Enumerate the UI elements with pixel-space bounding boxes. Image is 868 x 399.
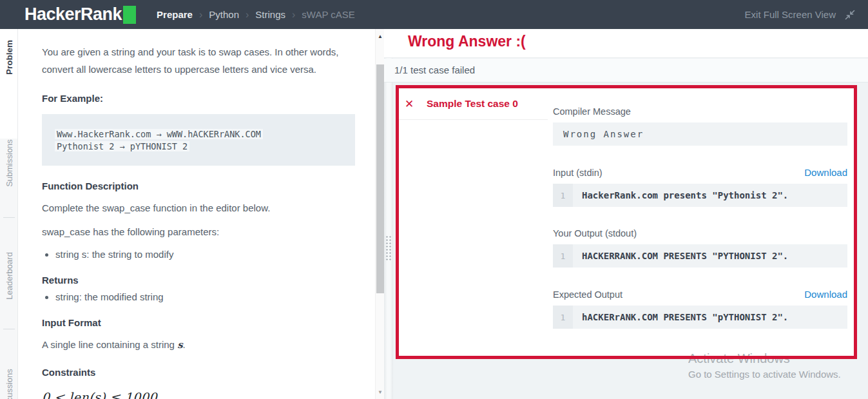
testcase-label: Sample Test case 0 — [427, 98, 518, 110]
main-area: Problem Submissions Leaderboard Discussi… — [0, 29, 868, 399]
your-output-section: Your Output (stdout) 1 HACKERRANK.COM PR… — [553, 228, 847, 268]
constraints-heading: Constraints — [42, 367, 358, 378]
breadcrumb-strings[interactable]: Strings — [255, 9, 285, 20]
collapse-arrows-icon — [845, 10, 855, 20]
parameter-item: string s: the string to modify — [55, 249, 358, 260]
results-header: Wrong Answer :( — [384, 29, 868, 58]
download-expected-link[interactable]: Download — [804, 289, 847, 300]
breadcrumb-python[interactable]: Python — [209, 9, 239, 20]
returns-list: string: the modified string — [42, 291, 358, 302]
chevron-right-icon: › — [292, 9, 295, 21]
left-tab-rail: Problem Submissions Leaderboard Discussi… — [0, 29, 18, 399]
failed-x-icon: ✕ — [405, 97, 427, 111]
line-number: 1 — [553, 184, 573, 207]
problem-content: You are given a string and your task is … — [18, 29, 375, 399]
logo-text: HackerRank — [24, 5, 122, 24]
line-number: 1 — [553, 306, 573, 329]
input-stdin-value: HackerRank.com presents "Pythonist 2". — [573, 184, 788, 207]
input-format-variable: s — [177, 339, 182, 351]
expected-output-section: Expected Output Download 1 hACKERrANK.CO… — [553, 289, 847, 329]
testcases-failed-text: 1/1 test case failed — [384, 59, 868, 75]
compiler-message-value: Wrong Answer — [563, 129, 644, 139]
parameters-list: string s: the string to modify — [42, 249, 358, 260]
breadcrumb: Prepare › Python › Strings › sWAP cASE — [157, 9, 355, 21]
input-format-heading: Input Format — [42, 317, 358, 328]
function-description-heading: Function Description — [42, 180, 358, 191]
input-format-prefix: A single line containing a string — [42, 339, 177, 350]
input-format-text: A single line containing a string s. — [42, 338, 358, 352]
input-format-suffix: . — [183, 339, 186, 350]
splitter-drag-handle-icon[interactable] — [385, 235, 392, 261]
rail-divider — [3, 217, 15, 218]
scrollbar-down-arrow[interactable]: ▼ — [376, 389, 384, 396]
example-line-text: Pythonist 2 → pYTHONIST 2 — [55, 141, 189, 151]
problem-statement-panel: You are given a string and your task is … — [18, 29, 384, 399]
activate-windows-hint: Go to Settings to activate Windows. — [688, 369, 841, 380]
example-line: Pythonist 2 → pYTHONIST 2 — [55, 141, 342, 153]
tab-discussions[interactable]: Discussions — [5, 369, 14, 399]
testcase-item-sample-0[interactable]: ✕ Sample Test case 0 — [399, 88, 548, 120]
expected-output-box: 1 hACKERrANK.COM PRESENTS "pYTHONIST 2". — [553, 306, 847, 329]
testcase-list: ✕ Sample Test case 0 — [399, 88, 548, 356]
rail-divider — [3, 329, 15, 329]
expected-output-label: Expected Output — [553, 289, 622, 300]
scrollbar-up-arrow[interactable]: ▲ — [376, 33, 384, 41]
results-panel: Wrong Answer :( 1/1 test case failed ✕ S… — [384, 29, 868, 399]
hackerrank-app: HackerRank Prepare › Python › Strings › … — [0, 0, 868, 399]
exit-fullscreen-label: Exit Full Screen View — [745, 9, 836, 20]
top-navbar: HackerRank Prepare › Python › Strings › … — [0, 0, 868, 29]
example-code-block: Www.HackerRank.com → wWW.hACKERrANK.COM … — [42, 114, 355, 166]
your-output-label: Your Output (stdout) — [553, 228, 637, 238]
input-stdin-label: Input (stdin) — [553, 168, 603, 178]
returns-item: string: the modified string — [55, 291, 358, 302]
tab-problem[interactable]: Problem — [5, 40, 14, 75]
breadcrumb-prepare[interactable]: Prepare — [157, 9, 193, 20]
wrong-answer-title: Wrong Answer :( — [384, 29, 868, 50]
example-line-text: Www.HackerRank.com → wWW.hACKERrANK.COM — [55, 129, 263, 139]
function-description-text: Complete the swap_case function in the e… — [42, 201, 358, 215]
returns-heading: Returns — [42, 275, 358, 286]
compiler-message-box: Wrong Answer — [553, 122, 847, 146]
logo-green-square-icon — [123, 6, 136, 24]
input-stdin-section: Input (stdin) Download 1 HackerRank.com … — [553, 167, 847, 207]
chevron-right-icon: › — [246, 9, 249, 21]
testcases-summary-bar: 1/1 test case failed — [384, 59, 868, 83]
problem-intro-text: You are given a string and your task is … — [42, 43, 360, 78]
problem-scrollbar[interactable]: ▲ ▼ — [375, 29, 384, 399]
testcase-detail: Compiler Message Wrong Answer Input (std… — [548, 88, 854, 356]
example-line: Www.HackerRank.com → wWW.hACKERrANK.COM — [55, 128, 342, 141]
your-output-box: 1 HACKERRANK.COM PRESENTS "PYTHONIST 2". — [553, 244, 847, 268]
chevron-right-icon: › — [199, 9, 202, 21]
panel-splitter[interactable] — [384, 58, 393, 399]
expected-output-value: hACKERrANK.COM PRESENTS "pYTHONIST 2". — [573, 306, 788, 329]
parameters-intro-text: swap_case has the following parameters: — [42, 225, 358, 239]
compiler-message-section: Compiler Message Wrong Answer — [553, 106, 847, 146]
your-output-value: HACKERRANK.COM PRESENTS "PYTHONIST 2". — [573, 244, 788, 268]
download-input-link[interactable]: Download — [804, 167, 847, 178]
tab-submissions[interactable]: Submissions — [5, 139, 14, 187]
tab-leaderboard[interactable]: Leaderboard — [5, 252, 14, 300]
exit-fullscreen-button[interactable]: Exit Full Screen View — [745, 9, 855, 20]
breadcrumb-current-page: sWAP cASE — [302, 9, 355, 20]
testcase-box-border-segment — [680, 356, 857, 359]
hackerrank-logo[interactable]: HackerRank — [24, 5, 136, 24]
constraints-expression: 0 < len(s) ≤ 1000 — [42, 390, 358, 399]
input-stdin-box: 1 HackerRank.com presents "Pythonist 2". — [553, 184, 847, 207]
failed-testcase-box: ✕ Sample Test case 0 Compiler Message Wr… — [396, 85, 857, 359]
scrollbar-thumb[interactable] — [376, 64, 384, 293]
for-example-heading: For Example: — [42, 93, 358, 104]
line-number: 1 — [553, 244, 573, 268]
compiler-message-label: Compiler Message — [553, 106, 631, 117]
